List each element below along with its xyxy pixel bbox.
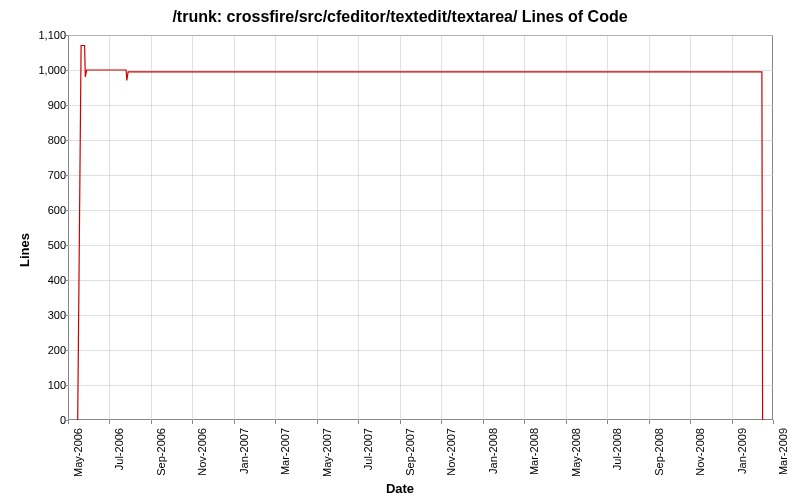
x-tick-label: Sep-2008: [653, 428, 665, 488]
x-tick-label: Jul-2008: [611, 428, 623, 488]
chart-container: /trunk: crossfire/src/cfeditor/textedit/…: [0, 0, 800, 500]
y-tick-label: 200: [26, 344, 66, 356]
x-tick-label: May-2008: [570, 428, 582, 488]
x-tick-label: Jul-2007: [362, 428, 374, 488]
y-tick-label: 0: [26, 414, 66, 426]
x-tick-label: Nov-2007: [445, 428, 457, 488]
chart-title: /trunk: crossfire/src/cfeditor/textedit/…: [0, 8, 800, 26]
x-tick-label: May-2007: [321, 428, 333, 488]
y-tick-label: 500: [26, 239, 66, 251]
x-tick-label: Jul-2006: [113, 428, 125, 488]
x-tick-label: Nov-2008: [694, 428, 706, 488]
x-tick-label: Jan-2008: [487, 428, 499, 488]
y-tick-label: 400: [26, 274, 66, 286]
y-tick-label: 300: [26, 309, 66, 321]
x-tick-label: Sep-2006: [155, 428, 167, 488]
x-tick-label: Mar-2009: [777, 428, 789, 488]
x-tick-label: Sep-2007: [404, 428, 416, 488]
y-tick-label: 1,100: [26, 29, 66, 41]
y-tick-label: 1,000: [26, 64, 66, 76]
x-tick-label: Jan-2007: [238, 428, 250, 488]
x-tick-label: Mar-2007: [279, 428, 291, 488]
y-tick-label: 900: [26, 99, 66, 111]
line-series: [68, 35, 773, 420]
y-tick-label: 600: [26, 204, 66, 216]
x-tick-label: May-2006: [72, 428, 84, 488]
y-tick-label: 100: [26, 379, 66, 391]
y-tick-label: 700: [26, 169, 66, 181]
y-tick-label: 800: [26, 134, 66, 146]
x-tick-label: Jan-2009: [736, 428, 748, 488]
x-tick-label: Nov-2006: [196, 428, 208, 488]
x-tick-label: Mar-2008: [528, 428, 540, 488]
